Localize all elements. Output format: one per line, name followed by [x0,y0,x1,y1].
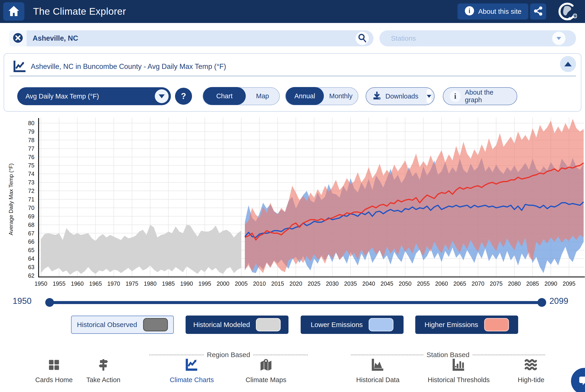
variable-help-button[interactable]: ? [175,88,192,105]
signpost-icon [69,357,138,371]
svg-text:Average Daily Max Temp (°F): Average Daily Max Temp (°F) [8,164,14,236]
svg-text:2085: 2085 [526,280,539,287]
svg-text:63: 63 [28,264,34,270]
home-icon [8,5,20,18]
legend-higher-emissions[interactable]: Higher Emissions [415,316,518,334]
stations-select[interactable]: Stations [380,30,576,46]
gear-icon: ⚙ [572,12,577,20]
nav-label: Historical Data [343,376,412,384]
svg-text:2080: 2080 [508,280,521,287]
legend-historical-observed[interactable]: Historical Observed [71,316,174,334]
svg-text:75: 75 [28,162,34,168]
svg-text:2020: 2020 [290,280,302,287]
nav-take-action[interactable]: Take Action [69,357,138,384]
year-range-slider[interactable] [49,301,542,304]
line-chart-icon [13,60,26,72]
area-chart-icon [343,357,412,371]
svg-text:62: 62 [28,272,34,279]
svg-text:80: 80 [28,120,34,126]
nav-label: High-tide [496,376,566,384]
svg-text:1995: 1995 [198,280,211,287]
chart-card: Asheville, NC in Buncombe County - Avg D… [4,53,581,112]
svg-text:⚙: ⚙ [568,16,572,21]
legend-label: Lower Emissions [311,321,363,328]
about-site-button[interactable]: i About this site [458,4,528,20]
svg-text:2030: 2030 [326,280,339,287]
search-icon [357,33,367,44]
svg-text:2065: 2065 [454,280,466,287]
svg-text:72: 72 [28,188,34,194]
tab-annual[interactable]: Annual [286,87,324,105]
clear-icon [13,32,23,44]
search-button[interactable] [356,32,369,45]
svg-text:2010: 2010 [253,280,266,287]
variable-dropdown-arrow[interactable] [155,89,168,103]
nav-climate-charts[interactable]: Climate Charts [157,357,226,384]
legend-historical-modeled[interactable]: Historical Modeled [186,316,288,334]
svg-text:73: 73 [28,179,34,186]
chevron-down-icon [556,37,561,40]
lower-emissions-swatch [369,318,394,331]
svg-text:76: 76 [28,154,34,160]
share-button[interactable] [530,4,546,20]
nav-historical-data[interactable]: Historical Data [343,357,412,384]
svg-text:2035: 2035 [344,280,357,287]
svg-text:2090: 2090 [544,280,557,287]
about-graph-button[interactable]: i About the graph [443,87,517,105]
svg-text:2050: 2050 [399,280,412,287]
collapse-card-button[interactable] [560,56,576,72]
slider-handle-end[interactable] [538,298,546,307]
tab-map[interactable]: Map [246,87,279,105]
nav-climate-maps[interactable]: Climate Maps [232,357,300,384]
home-button[interactable] [3,2,24,21]
stations-dropdown-arrow[interactable] [552,32,566,45]
downloads-button[interactable]: Downloads [366,87,434,105]
svg-text:2060: 2060 [435,280,448,287]
svg-text:2025: 2025 [308,280,321,287]
stations-placeholder: Stations [391,34,416,42]
bottom-navigation: Region Based Station Based Cards Home Ta… [0,347,585,392]
tab-chart[interactable]: Chart [203,87,246,105]
nav-label: Take Action [69,376,138,384]
svg-text:64: 64 [28,255,34,262]
tab-monthly[interactable]: Monthly [324,87,358,105]
card-title: Asheville, NC in Buncombe County - Avg D… [31,62,226,71]
downloads-dropdown-arrow[interactable] [426,89,431,103]
slider-end-label: 2099 [550,296,568,306]
climate-explorer-logo[interactable]: ⚙ ⚙ [558,2,577,21]
location-search-input[interactable]: Asheville, NC [27,30,374,46]
dotted-divider [351,354,423,355]
nav-historical-thresholds[interactable]: Historical Thresholds [424,357,493,384]
nav-label: Historical Thresholds [424,376,493,384]
climate-chart[interactable]: 6263646566676869707172737475767778798019… [0,114,585,292]
svg-text:2045: 2045 [380,280,394,287]
legend-label: Higher Emissions [424,321,478,328]
question-mark-icon: ? [181,92,186,101]
card-divider [10,76,576,76]
header-bar: The Climate Explorer i About this site ⚙… [0,0,585,23]
legend-lower-emissions[interactable]: Lower Emissions [301,316,404,334]
chevron-down-icon [427,95,431,98]
legend-label: Historical Modeled [194,321,250,328]
chevron-down-icon [159,94,165,98]
bar-chart-icon [424,357,493,371]
svg-text:78: 78 [28,137,34,143]
info-icon: i [450,90,461,102]
download-icon [372,91,381,102]
historical-observed-swatch [143,318,168,331]
svg-text:1960: 1960 [71,280,84,287]
variable-select-value: Avg Daily Max Temp (°F) [26,92,99,100]
about-graph-label: About the graph [465,89,510,104]
slider-handle-start[interactable] [45,298,54,307]
view-toggle: Chart Map [202,87,280,105]
nav-label: Climate Maps [232,376,300,384]
dotted-divider [149,354,204,355]
clear-search-button[interactable] [9,30,27,46]
nav-high-tide[interactable]: High-tide [496,357,566,384]
svg-text:69: 69 [28,213,34,220]
map-pin-icon [232,357,300,371]
svg-text:2070: 2070 [472,280,484,287]
dotted-divider [253,354,308,355]
svg-text:1990: 1990 [180,280,193,287]
variable-select[interactable]: Avg Daily Max Temp (°F) [17,87,171,105]
